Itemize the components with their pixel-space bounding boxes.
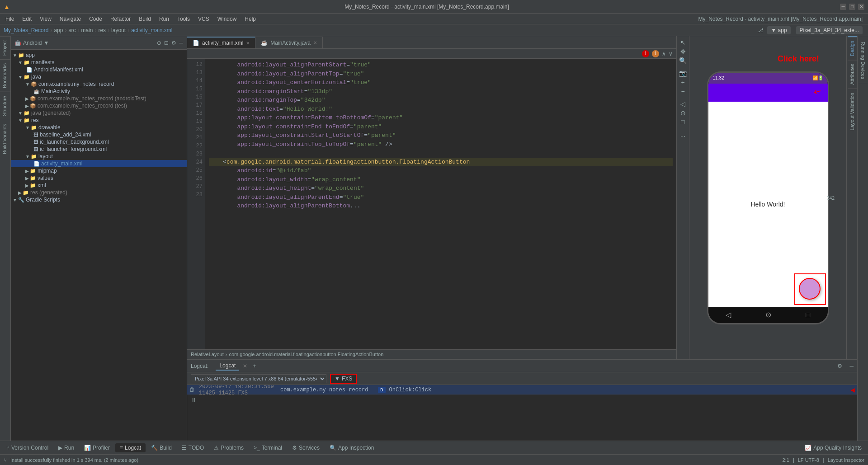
android-dropdown[interactable]: 🤖 Android ▼: [14, 40, 49, 46]
bottom-tab-problems[interactable]: ⚠ Problems: [209, 443, 248, 452]
breadcrumb-project[interactable]: My_Notes_Record: [4, 27, 48, 33]
tree-item-package-androidtest[interactable]: ▶ 📦 com.example.my_notes_record (android…: [11, 95, 187, 102]
pause-icon[interactable]: ⏸: [191, 397, 196, 404]
tree-item-drawable[interactable]: ▼ 📁 drawable: [11, 124, 187, 131]
move-tool-icon[interactable]: ✥: [680, 48, 686, 55]
tree-item-app[interactable]: ▼ 📁 app: [11, 52, 187, 59]
zoom-tool-icon[interactable]: 🔍: [679, 57, 687, 64]
tree-item-xml[interactable]: ▶ 📁 xml: [11, 182, 187, 189]
square-icon[interactable]: □: [681, 118, 684, 126]
zoom-in-icon[interactable]: +: [681, 79, 684, 86]
breadcrumb-layout[interactable]: layout: [111, 27, 126, 33]
settings-icon[interactable]: ⚙: [171, 40, 176, 46]
menu-help[interactable]: Help: [241, 15, 259, 23]
attributes-tab[interactable]: Attributes: [848, 60, 857, 88]
build-variants-strip-tab[interactable]: Build Variants: [0, 120, 10, 158]
tree-item-package-test[interactable]: ▶ 📦 com.example.my_notes_record (test): [11, 102, 187, 109]
menu-tools[interactable]: Tools: [174, 15, 193, 23]
expand-icon[interactable]: ∨: [669, 51, 673, 57]
code-content[interactable]: android:layout_alignParentStart="true" a…: [205, 59, 676, 349]
camera-icon[interactable]: 📷: [679, 70, 687, 77]
bookmarks-strip-tab[interactable]: Bookmarks: [0, 59, 10, 92]
breadcrumb-main[interactable]: main: [81, 27, 93, 33]
breadcrumb-file[interactable]: activity_main.xml: [131, 27, 172, 33]
code-editor[interactable]: 12 13 14 15 16 17 18 19 20 21 22 23: [187, 59, 676, 349]
logcat-close[interactable]: ✕: [243, 363, 247, 369]
bottom-tab-todo[interactable]: ☰ TODO: [177, 443, 208, 452]
tab-activity-main[interactable]: 📄 activity_main.xml ✕: [187, 37, 255, 48]
tree-item-baseline-add[interactable]: 🖼 baseline_add_24.xml: [11, 131, 187, 138]
menu-file[interactable]: File: [2, 15, 18, 23]
minimize-button[interactable]: ─: [840, 4, 846, 10]
tree-item-res[interactable]: ▼ 📁 res: [11, 117, 187, 124]
tree-item-ic-launcher-bg[interactable]: 🖼 ic_launcher_background.xml: [11, 138, 187, 146]
tree-item-res-generated[interactable]: ▶ 📁 res (generated): [11, 189, 187, 196]
bottom-tab-services[interactable]: ⚙ Services: [288, 443, 324, 452]
tree-item-ic-launcher-fg[interactable]: 🖼 ic_launcher_foreground.xml: [11, 146, 187, 153]
bottom-tab-app-quality[interactable]: 📈 App Quality Insights: [800, 443, 866, 452]
collapse-all-icon[interactable]: ⊟: [164, 40, 169, 46]
structure-strip-tab[interactable]: Structure: [0, 92, 10, 120]
bottom-tab-version-control[interactable]: ⑂ Version Control: [2, 443, 53, 452]
bottom-tab-build[interactable]: 🔨 Build: [146, 443, 176, 452]
logcat-tab-logcat[interactable]: Logcat: [216, 362, 239, 371]
vcs-icon[interactable]: ⎇: [757, 27, 764, 33]
hide-icon[interactable]: ─: [179, 40, 183, 46]
breadcrumb-app[interactable]: app: [54, 27, 63, 33]
path-fab[interactable]: com.google.android.material.floatingacti…: [229, 352, 383, 357]
add-tab-button[interactable]: +: [253, 363, 256, 369]
tree-item-mipmap[interactable]: ▶ 📁 mipmap: [11, 167, 187, 174]
design-tab[interactable]: Design: [848, 36, 857, 60]
bottom-tab-run[interactable]: ▶ Run: [54, 443, 79, 452]
device-selector-logcat[interactable]: Pixel 3a API 34 extension level 7 x86 64…: [191, 374, 326, 383]
menu-view[interactable]: View: [36, 15, 55, 23]
tab-close-icon[interactable]: ✕: [313, 40, 317, 45]
menu-navigate[interactable]: Navigate: [56, 15, 85, 23]
tab-mainactivity[interactable]: ☕ MainActivity.java ✕: [255, 37, 322, 48]
back-icon[interactable]: ◁: [680, 100, 685, 108]
tree-item-manifests[interactable]: ▼ 📁 manifests: [11, 59, 187, 66]
device-selector[interactable]: Pixel_3a_API_34_exte...: [796, 26, 863, 34]
maximize-button[interactable]: □: [849, 4, 855, 10]
menu-vcs[interactable]: VCS: [194, 15, 213, 23]
bottom-tab-terminal[interactable]: >_ Terminal: [249, 443, 287, 452]
tree-item-java-generated[interactable]: ▼ 📁 java (generated): [11, 109, 187, 117]
close-button[interactable]: ✕: [858, 4, 864, 10]
menu-window[interactable]: Window: [214, 15, 241, 23]
bottom-tab-profiler[interactable]: 📊 Profiler: [80, 443, 114, 452]
log-delete-icon[interactable]: 🗑: [187, 386, 197, 393]
tab-close-icon[interactable]: ✕: [246, 41, 250, 46]
more-icon[interactable]: ...: [680, 131, 686, 138]
menu-refactor[interactable]: Refactor: [107, 15, 134, 23]
breadcrumb-src[interactable]: src: [68, 27, 75, 33]
tree-item-gradle-scripts[interactable]: ▼ 🔧 Gradle Scripts: [11, 196, 187, 203]
running-devices-tab[interactable]: Running Devices: [859, 38, 868, 83]
layout-validation-tab[interactable]: Layout Validation: [848, 89, 857, 134]
run-config[interactable]: ▼ app: [767, 26, 790, 34]
menu-edit[interactable]: Edit: [19, 15, 35, 23]
tree-item-activity-main[interactable]: 📄 activity_main.xml: [11, 160, 187, 167]
collapse-icon[interactable]: ∧: [662, 51, 666, 57]
menu-run[interactable]: Run: [156, 15, 173, 23]
breadcrumb-res[interactable]: res: [98, 27, 106, 33]
logcat-minimize-icon[interactable]: ─: [849, 363, 854, 369]
menu-build[interactable]: Build: [135, 15, 155, 23]
layout-inspector-label[interactable]: Layout Inspector: [828, 457, 864, 463]
bottom-tab-logcat[interactable]: ≡ Logcat: [115, 443, 146, 452]
filter-input-box[interactable]: ▼ FXS: [330, 374, 357, 384]
bottom-tab-app-inspection[interactable]: 🔍 App Inspection: [325, 443, 378, 452]
project-strip-tab[interactable]: Project: [0, 36, 10, 59]
zoom-out-icon[interactable]: −: [681, 88, 684, 95]
path-relativelayout[interactable]: RelativeLayout: [191, 352, 224, 357]
select-tool-icon[interactable]: ↖: [680, 39, 686, 46]
tree-item-package-main[interactable]: ▼ 📦 com.example.my_notes_record: [11, 80, 187, 88]
tree-item-layout[interactable]: ▼ 📁 layout: [11, 153, 187, 160]
home-icon[interactable]: ⊙: [680, 109, 686, 117]
menu-code[interactable]: Code: [85, 15, 106, 23]
tree-item-androidmanifest[interactable]: 📄 AndroidManifest.xml: [11, 66, 187, 73]
sync-icon[interactable]: ⊙: [157, 40, 161, 46]
tree-item-values[interactable]: ▶ 📁 values: [11, 174, 187, 182]
log-row[interactable]: 🗑 2023-09-17 19:30:31.569 11425-11425 FX…: [187, 385, 857, 395]
logcat-settings-icon[interactable]: ⚙: [837, 363, 842, 369]
tree-item-java[interactable]: ▼ 📁 java: [11, 73, 187, 80]
